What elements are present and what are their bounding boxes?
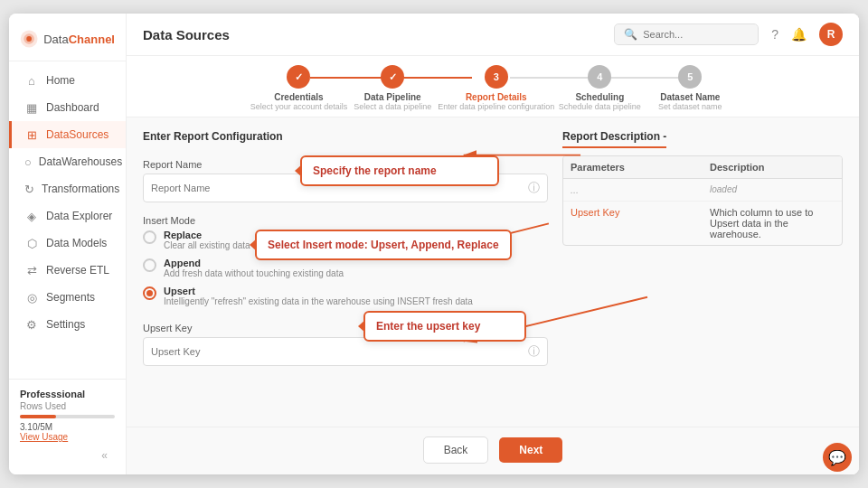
datawarehouses-icon: ○ (24, 155, 32, 169)
avatar: R (819, 23, 843, 46)
settings-icon: ⚙ (24, 317, 39, 332)
sidebar-item-label: Data Explorer (46, 210, 112, 222)
radio-upsert[interactable]: Upsert Intelligently "refresh" existing … (143, 286, 548, 306)
step-label-pipeline: Data Pipeline (364, 92, 421, 102)
search-icon: 🔍 (624, 28, 637, 41)
home-icon: ⌂ (24, 73, 39, 88)
bottom-bar: Back Next (127, 427, 859, 474)
sidebar-item-datasources[interactable]: ⊞ DataSources (9, 121, 126, 148)
sidebar-item-label: Home (46, 74, 75, 87)
main-content: Data Sources 🔍 ? 🔔 R ✓ Credentials Selec… (127, 14, 859, 474)
param-upsert-key: Upsert Key (563, 202, 703, 245)
sidebar-item-segments[interactable]: ◎ Segments (9, 284, 126, 311)
data-explorer-icon: ◈ (24, 209, 39, 223)
tooltip-report-name: Specify the report name (300, 155, 499, 186)
step-label-dataset: Dataset Name (660, 92, 720, 102)
sidebar: DataChannel ⌂ Home ▦ Dashboard ⊞ DataSou… (9, 14, 127, 474)
step-sublabel-scheduling: Schedule data pipeline (559, 102, 641, 111)
section-title: Enter Report Configuration (143, 130, 548, 143)
radio-append-text: Append Add fresh data without touching e… (164, 258, 344, 278)
col-parameters: Parameters (563, 156, 703, 178)
radio-replace-button[interactable] (143, 230, 156, 244)
step-sublabel-dataset: Set dataset name (658, 102, 722, 111)
sidebar-item-data-models[interactable]: ⬡ Data Models (9, 230, 126, 257)
bell-icon[interactable]: 🔔 (791, 27, 807, 42)
param-cell: ... (563, 179, 703, 201)
back-button[interactable]: Back (423, 436, 489, 464)
table-row: ... loaded (563, 179, 842, 202)
sidebar-item-datawarehouses[interactable]: ○ DataWarehouses (9, 148, 126, 175)
step-scheduling[interactable]: 4 Scheduling Schedule data pipeline (554, 65, 645, 111)
sidebar-item-data-explorer[interactable]: ◈ Data Explorer (9, 202, 126, 230)
sidebar-logo: DataChannel (9, 14, 126, 61)
sidebar-item-label: Dashboard (46, 101, 99, 114)
step-credentials[interactable]: ✓ Credentials Select your account detail… (250, 65, 348, 111)
radio-upsert-button[interactable] (143, 286, 156, 300)
rows-count: 3.10/5M (20, 422, 115, 432)
radio-append-button[interactable] (143, 258, 156, 272)
steps-bar: ✓ Credentials Select your account detail… (127, 56, 859, 117)
col-description: Description (703, 156, 842, 178)
sidebar-item-label: DataSources (46, 128, 108, 141)
svg-point-2 (26, 36, 32, 42)
data-models-icon: ⬡ (24, 236, 39, 250)
transformations-icon: ↻ (24, 182, 34, 196)
progress-bar-fill (20, 415, 56, 418)
radio-upsert-text: Upsert Intelligently "refresh" existing … (164, 286, 473, 306)
sidebar-item-transformations[interactable]: ↻ Transformations (9, 175, 126, 202)
collapse-button[interactable]: « (20, 446, 115, 465)
help-icon[interactable]: ? (771, 27, 778, 42)
sidebar-item-reverse-etl[interactable]: ⇄ Reverse ETL (9, 257, 126, 284)
upsert-key-input[interactable] (151, 346, 523, 357)
step-label-scheduling: Scheduling (575, 92, 624, 102)
step-sublabel-report: Enter data pipeline configuration (438, 102, 554, 111)
sidebar-item-label: Segments (46, 291, 95, 304)
chat-bubble[interactable]: 💬 (823, 443, 852, 472)
radio-append-sublabel: Add fresh data without touching existing… (164, 268, 344, 278)
dashboard-icon: ▦ (24, 100, 39, 115)
sidebar-nav: ⌂ Home ▦ Dashboard ⊞ DataSources ○ DataW… (9, 61, 126, 379)
sidebar-item-label: Settings (46, 318, 85, 331)
report-table-header: Parameters Description (563, 156, 842, 179)
step-dataset-name[interactable]: 5 Dataset Name Set dataset name (645, 65, 735, 111)
radio-append[interactable]: Append Add fresh data without touching e… (143, 258, 548, 278)
step-circle-report: 3 (485, 65, 508, 89)
step-data-pipeline[interactable]: ✓ Data Pipeline Select a data pipeline (347, 65, 438, 111)
next-button[interactable]: Next (499, 437, 562, 463)
view-usage-link[interactable]: View Usage (20, 432, 115, 442)
radio-upsert-sublabel: Intelligently "refresh" existing data in… (164, 296, 473, 306)
info-icon-upsert: ⓘ (528, 343, 540, 360)
step-circle-credentials: ✓ (287, 65, 310, 89)
step-report-details[interactable]: 3 Report Details Enter data pipeline con… (438, 65, 554, 111)
sidebar-item-dashboard[interactable]: ▦ Dashboard (9, 94, 126, 121)
search-box[interactable]: 🔍 (614, 23, 759, 45)
logo-brand: DataChannel (43, 33, 115, 46)
step-circle-dataset: 5 (678, 65, 702, 89)
page-title: Data Sources (143, 27, 230, 42)
desc-upsert-key: Which column to use to Upsert data in th… (703, 202, 842, 245)
report-desc-title: Report Description - (562, 130, 666, 148)
sidebar-item-home[interactable]: ⌂ Home (9, 67, 126, 94)
step-label-credentials: Credentials (274, 92, 323, 102)
segments-icon: ◎ (24, 290, 39, 305)
radio-upsert-label: Upsert (164, 286, 473, 296)
table-row: Upsert Key Which column to use to Upsert… (563, 202, 842, 245)
step-label-report: Report Details (466, 92, 527, 102)
rows-label: Rows Used (20, 401, 115, 411)
tooltip-upsert-key: Enter the upsert key (363, 311, 526, 342)
sidebar-item-settings[interactable]: ⚙ Settings (9, 311, 126, 338)
step-circle-scheduling: 4 (588, 65, 611, 89)
sidebar-item-label: Transformations (42, 183, 119, 195)
sidebar-item-label: Data Models (46, 237, 107, 249)
report-table: Parameters Description ... loaded Upsert… (562, 155, 843, 246)
plan-label: Professsional (20, 389, 115, 399)
sidebar-footer: Professsional Rows Used 3.10/5M View Usa… (9, 379, 126, 474)
search-input[interactable] (643, 29, 749, 40)
datasources-icon: ⊞ (24, 127, 39, 142)
content-body: Enter Report Configuration Report Name ⓘ… (127, 117, 859, 427)
info-icon-report: ⓘ (528, 180, 540, 196)
right-panel: Report Description - Parameters Descript… (562, 130, 843, 414)
insert-mode-label: Insert Mode (143, 215, 548, 226)
radio-upsert-inner (146, 290, 153, 296)
topbar-right: 🔍 ? 🔔 R (614, 23, 843, 46)
